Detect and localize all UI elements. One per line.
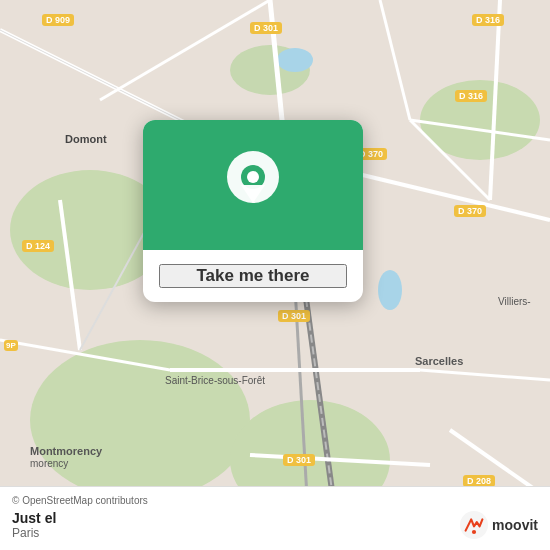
place-location: Paris (12, 526, 56, 540)
road-label-d301b: D 301 (278, 310, 310, 322)
map-label-villiers: Villiers- (498, 296, 531, 307)
svg-point-7 (378, 270, 402, 310)
moovit-logo: moovit (460, 511, 538, 539)
road-label-d370b: D 370 (454, 205, 486, 217)
road-label-d316b: D 316 (455, 90, 487, 102)
svg-point-30 (247, 171, 259, 183)
svg-point-33 (472, 530, 476, 534)
attribution-text: © OpenStreetMap contributors (12, 495, 538, 506)
bottom-bar: © OpenStreetMap contributors Just el Par… (0, 486, 550, 550)
card-header (143, 120, 363, 250)
road-label-d124: D 124 (22, 240, 54, 252)
map-label-saint-brice: Saint-Brice-sous-Forêt (165, 375, 265, 386)
action-card: Take me there (143, 120, 363, 302)
card-body: Take me there (143, 250, 363, 302)
map-label-montmorency: Montmorency (30, 445, 102, 457)
road-label-d909: D 909 (42, 14, 74, 26)
place-name: Just el (12, 510, 56, 526)
map-label-sarcelles: Sarcelles (415, 355, 463, 367)
moovit-text: moovit (492, 517, 538, 533)
place-info: Just el Paris (12, 510, 56, 540)
map-label-domont: Domont (65, 133, 107, 145)
road-label-9p: 9P (4, 340, 18, 351)
road-label-d301a: D 301 (250, 22, 282, 34)
road-label-d301c: D 301 (283, 454, 315, 466)
road-label-d316a: D 316 (472, 14, 504, 26)
app-info: Just el Paris moovit (12, 510, 538, 540)
map-label-morency: morency (30, 458, 68, 469)
take-me-there-button[interactable]: Take me there (159, 264, 347, 288)
svg-point-6 (277, 48, 313, 72)
moovit-icon (460, 511, 488, 539)
location-pin-icon (223, 149, 283, 221)
map-container: D 909 D 316 D 316 D 301 D 370 D 370 D 12… (0, 0, 550, 550)
